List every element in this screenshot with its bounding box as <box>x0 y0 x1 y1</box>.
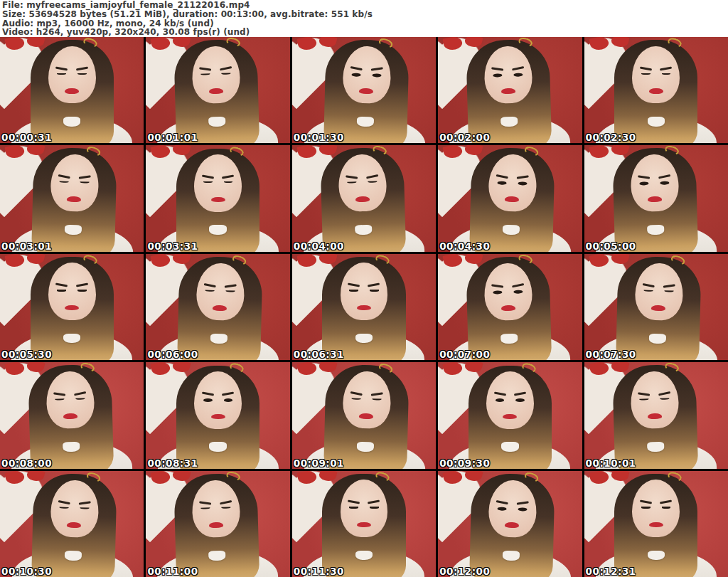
left-eye <box>493 290 503 294</box>
lips <box>649 522 663 527</box>
right-eyebrow <box>660 500 673 504</box>
left-eye <box>496 398 505 402</box>
right-eye <box>224 181 233 184</box>
shirt-collar <box>500 117 518 127</box>
timestamp-label: 00:00:31 <box>1 132 52 143</box>
video-thumbnail: 00:08:00 <box>0 362 144 468</box>
video-thumbnail: 00:01:01 <box>146 37 289 143</box>
shirt-collar <box>648 117 665 126</box>
person-placeholder <box>292 471 436 577</box>
shirt-collar <box>63 442 80 452</box>
lips <box>67 522 81 528</box>
person-placeholder <box>146 362 289 468</box>
right-eye <box>76 398 85 400</box>
person-placeholder <box>0 37 144 143</box>
timestamp-label: 00:07:00 <box>439 349 490 360</box>
left-eye <box>203 398 213 402</box>
shirt-collar <box>355 334 373 343</box>
timestamp-label: 00:09:30 <box>439 457 490 469</box>
right-eyebrow <box>225 283 237 287</box>
right-eyebrow <box>220 65 232 70</box>
timestamp-label: 00:04:30 <box>439 240 490 252</box>
lips <box>213 305 227 311</box>
shirt-collar <box>647 442 665 452</box>
shirt-collar <box>209 225 226 234</box>
file-name-line: File: myfreecams_iamjoyful_female_211220… <box>2 1 728 10</box>
timestamp-label: 00:01:01 <box>147 132 198 143</box>
left-eye <box>348 181 357 184</box>
right-eye <box>514 290 523 293</box>
right-eye <box>370 507 379 509</box>
video-thumbnail: 00:03:01 <box>0 145 144 251</box>
left-eye <box>644 290 653 292</box>
timestamp-label: 00:02:00 <box>439 132 490 143</box>
timestamp-label: 00:05:00 <box>586 240 636 252</box>
left-eyebrow <box>494 391 507 396</box>
lips <box>65 305 79 310</box>
shirt-collar <box>208 117 226 127</box>
video-thumbnail: 00:10:01 <box>584 362 728 468</box>
person-placeholder <box>438 254 582 360</box>
video-thumbnail: 00:03:31 <box>146 145 289 251</box>
right-eyebrow <box>370 67 383 71</box>
shirt-collar <box>503 225 520 235</box>
shirt-collar <box>355 551 373 560</box>
timestamp-label: 00:08:00 <box>1 457 52 469</box>
timestamp-label: 00:03:01 <box>1 240 52 252</box>
right-eyebrow <box>370 392 383 396</box>
lips <box>648 413 662 419</box>
person-placeholder <box>584 362 728 468</box>
right-eyebrow <box>516 500 529 504</box>
person-placeholder <box>146 471 289 577</box>
right-eye <box>372 73 381 77</box>
right-eye <box>515 398 525 402</box>
right-eye <box>660 398 669 400</box>
shirt-collar <box>647 225 665 235</box>
person-placeholder <box>293 362 436 468</box>
video-info-line: Video: h264, yuv420p, 320x240, 30.08 fps… <box>2 28 728 37</box>
lips <box>359 413 373 419</box>
shirt-collar <box>648 551 665 560</box>
right-eyebrow <box>75 66 88 70</box>
face <box>632 480 680 537</box>
left-eye <box>493 73 503 77</box>
lips <box>210 88 224 94</box>
video-thumbnail: 00:02:30 <box>584 37 728 143</box>
video-thumbnail: 00:11:30 <box>292 471 436 577</box>
left-eyebrow <box>204 282 217 287</box>
lips <box>649 88 663 93</box>
lips <box>357 522 371 527</box>
lips <box>503 414 517 419</box>
right-eyebrow <box>365 174 378 179</box>
left-eye <box>205 290 215 292</box>
lips <box>359 88 373 94</box>
video-thumbnail: 00:05:00 <box>584 145 728 251</box>
timestamp-label: 00:12:00 <box>439 566 490 577</box>
video-thumbnail: 00:02:00 <box>438 37 582 143</box>
left-eye <box>641 507 651 509</box>
left-eye <box>498 181 507 185</box>
person-placeholder <box>584 471 728 577</box>
file-info-header: File: myfreecams_iamjoyful_female_211220… <box>0 0 728 37</box>
right-eye <box>518 507 528 510</box>
face <box>194 154 242 212</box>
video-thumbnail: 00:10:30 <box>0 471 144 577</box>
right-eye <box>373 398 382 401</box>
shirt-collar <box>65 550 82 560</box>
left-eye <box>498 507 507 510</box>
left-eyebrow <box>640 500 653 504</box>
lips <box>211 197 225 202</box>
left-eye <box>57 290 66 292</box>
left-eyebrow <box>496 174 509 179</box>
timestamp-label: 00:10:30 <box>1 566 52 577</box>
person-placeholder <box>438 37 582 143</box>
video-thumbnail: 00:01:30 <box>292 37 436 143</box>
person-placeholder <box>1 471 144 577</box>
left-eyebrow <box>58 499 71 504</box>
shirt-collar <box>208 550 226 560</box>
lips <box>357 305 371 310</box>
lips <box>648 197 662 203</box>
left-eyebrow <box>348 500 360 504</box>
person-placeholder <box>146 37 289 143</box>
video-thumbnail: 00:06:31 <box>292 254 436 360</box>
